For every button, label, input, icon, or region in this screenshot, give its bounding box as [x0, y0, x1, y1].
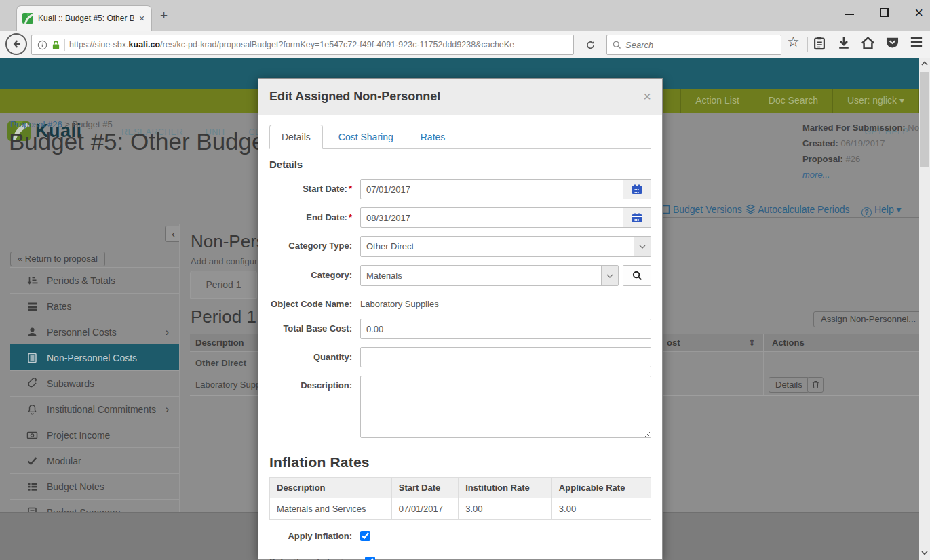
assign-non-personnel-button[interactable]: Assign Non-Personnel...	[813, 311, 923, 327]
modal-close-icon[interactable]: ×	[643, 89, 651, 104]
help-menu[interactable]: ? Help ▾	[861, 204, 902, 218]
sidebar-item-label: Non-Personnel Costs	[47, 353, 137, 363]
tab-period-1[interactable]: Period 1	[190, 271, 257, 299]
autocalculate-link[interactable]: Autocalculate Periods	[745, 204, 850, 215]
return-to-proposal-button[interactable]: « Return to proposal	[10, 252, 105, 266]
sidebar-menu: Periods & Totals Rates Personnel Costs ›…	[10, 267, 180, 512]
sidebar-item-non-personnel-costs[interactable]: Non-Personnel Costs	[10, 344, 180, 370]
reload-button[interactable]	[581, 36, 600, 54]
sidebar-item-budget-notes[interactable]: Budget Notes	[10, 473, 180, 499]
browser-tab[interactable]: Kuali :: Budget #5: Other Bud ×	[16, 5, 152, 31]
bookmarks-panel-icon[interactable]	[813, 36, 826, 51]
doc-search-link[interactable]: Doc Search	[754, 89, 832, 113]
marked-value: No	[908, 123, 919, 133]
delete-row-button[interactable]	[807, 377, 824, 393]
total-base-cost-input[interactable]	[360, 319, 651, 339]
sidebar-item-periods-totals[interactable]: Periods & Totals	[10, 267, 180, 293]
required-asterisk: *	[349, 212, 352, 222]
sort-icon[interactable]: ⇕	[748, 338, 756, 348]
tab-details[interactable]: Details	[269, 125, 323, 149]
start-date-input[interactable]	[360, 179, 623, 199]
row-item-label: Laboratory Supp	[195, 380, 260, 390]
start-date-calendar-button[interactable]	[623, 179, 651, 199]
bookmark-star-icon[interactable]: ☆	[787, 34, 800, 50]
banknote-icon	[26, 430, 39, 441]
more-link[interactable]: more...	[802, 167, 930, 182]
rates-bars-icon	[26, 301, 39, 312]
search-box[interactable]	[606, 35, 781, 55]
tab-close-icon[interactable]: ×	[139, 13, 144, 24]
sidebar-item-label: Budget Summary	[47, 507, 120, 513]
sidebar-item-label: Modular	[47, 456, 81, 466]
sidebar-item-personnel-costs[interactable]: Personnel Costs ›	[10, 319, 180, 344]
non-personnel-subtext: Add and configur	[191, 256, 257, 266]
sidebar-item-project-income[interactable]: Project Income	[10, 422, 180, 447]
url-path: /res/kc-pd-krad/proposalBudget?formKey=1…	[160, 40, 514, 49]
back-button[interactable]	[5, 33, 27, 55]
edit-assigned-non-personnel-modal: Edit Assigned Non-Personnel × Details Co…	[258, 78, 663, 560]
sidebar-collapse-button[interactable]: ‹	[165, 226, 180, 242]
sidebar-item-budget-summary[interactable]: Budget Summary	[10, 499, 180, 512]
description-textarea[interactable]	[360, 376, 651, 438]
proposal-value: #26	[846, 154, 861, 164]
category-select[interactable]: Materials	[360, 265, 619, 286]
category-row: Category: Materials	[269, 265, 651, 286]
budget-versions-link[interactable]: Budget Versions	[661, 204, 742, 215]
url-bar[interactable]: https://siue-sbx.kuali.co/res/kc-pd-krad…	[31, 35, 574, 55]
sidebar-item-rates[interactable]: Rates	[10, 293, 180, 319]
menu-hamburger-icon[interactable]	[910, 36, 923, 48]
window-minimize-button[interactable]	[845, 14, 854, 15]
category-lookup-button[interactable]	[623, 265, 651, 286]
submit-cost-sharing-checkbox[interactable]	[365, 557, 375, 560]
new-tab-button[interactable]: +	[160, 8, 168, 23]
search-icon	[632, 271, 642, 281]
details-button[interactable]: Details	[769, 377, 809, 393]
scroll-down-icon[interactable]	[921, 551, 928, 555]
apply-inflation-checkbox[interactable]	[360, 531, 370, 541]
download-icon[interactable]	[837, 36, 851, 50]
paperclip-icon	[26, 378, 39, 389]
sidebar-item-modular[interactable]: Modular	[10, 447, 180, 473]
tab-rates[interactable]: Rates	[409, 125, 457, 148]
window-close-button[interactable]: ×	[914, 4, 923, 22]
window-maximize-button[interactable]	[880, 8, 889, 17]
info-icon[interactable]	[37, 40, 47, 50]
object-code-label: Object Code Name:	[271, 299, 352, 309]
scroll-up-icon[interactable]	[921, 61, 928, 66]
chevron-down-icon	[601, 266, 618, 285]
description-label: Description:	[301, 380, 352, 391]
page-title: Budget #5: Other Budge	[9, 128, 265, 155]
quantity-input[interactable]	[360, 347, 651, 367]
sidebar-item-subawards[interactable]: Subawards	[10, 370, 180, 396]
category-type-row: Category Type: Other Direct	[269, 236, 651, 257]
search-input[interactable]	[625, 40, 761, 50]
actions-column-header: Actions	[772, 338, 805, 348]
bell-icon	[26, 404, 39, 415]
budget-versions-label: Budget Versions	[673, 204, 742, 215]
sidebar-item-label: Institutional Commitments	[47, 404, 156, 415]
user-menu[interactable]: User: nglick ▾	[832, 89, 919, 113]
category-type-select[interactable]: Other Direct	[360, 236, 651, 257]
quantity-label: Quantity:	[313, 352, 352, 362]
action-list-link[interactable]: Action List	[680, 89, 754, 113]
non-personnel-heading: Non-Pers	[191, 231, 265, 252]
marked-label: Marked For Submission:	[802, 123, 906, 133]
secure-lock-icon[interactable]	[52, 40, 60, 50]
end-date-input[interactable]	[360, 207, 623, 228]
scrollbar-thumb[interactable]	[920, 72, 929, 167]
end-date-calendar-button[interactable]	[623, 207, 651, 228]
apply-inflation-label: Apply Inflation:	[269, 530, 360, 542]
inflation-institution-rate-header: Institution Rate	[459, 478, 552, 498]
pocket-icon[interactable]	[885, 36, 899, 49]
description-column-header: Description	[195, 338, 244, 348]
period-1-heading: Period 1	[191, 306, 256, 327]
inflation-rates-table: Description Start Date Institution Rate …	[269, 477, 651, 520]
inflation-description-header: Description	[270, 478, 392, 498]
sidebar-item-label: Personnel Costs	[47, 327, 117, 338]
toolbar-separator	[807, 37, 808, 52]
sidebar-item-label: Periods & Totals	[47, 275, 115, 286]
sidebar-item-institutional-commitments[interactable]: Institutional Commitments ›	[10, 396, 180, 422]
tab-cost-sharing[interactable]: Cost Sharing	[327, 125, 405, 148]
home-icon[interactable]	[861, 36, 875, 50]
total-base-cost-row: Total Base Cost:	[269, 319, 651, 339]
